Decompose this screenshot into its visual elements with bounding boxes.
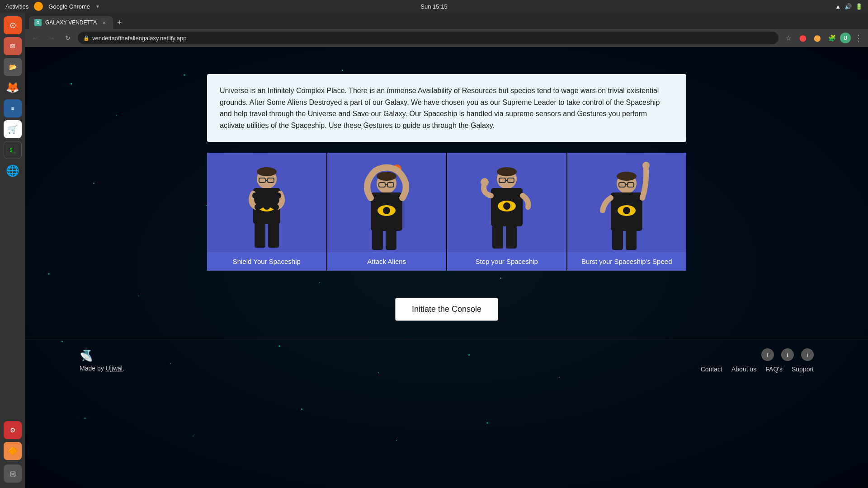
- terminal-icon: $_: [9, 147, 16, 153]
- svg-point-29: [481, 178, 489, 186]
- gesture-row: Shield Your Spaceship: [207, 153, 686, 271]
- forward-icon: →: [48, 34, 55, 42]
- footer-support-link[interactable]: Support: [792, 366, 814, 373]
- reload-button[interactable]: ↻: [61, 32, 74, 44]
- gesture-card-attack: Attack Aliens: [326, 153, 447, 271]
- footer-right: f t i Contact About us FAQ's Support: [701, 348, 814, 373]
- tab-bar: G GALAXY VENDETTA ✕ +: [25, 13, 868, 29]
- svg-point-28: [503, 202, 510, 210]
- os-topbar-time: Sun 15:15: [420, 3, 447, 10]
- browser-window: G GALAXY VENDETTA ✕ + ← → ↻ 🔒 vendettaof…: [25, 13, 868, 488]
- svg-rect-42: [626, 230, 637, 250]
- wifi-icon: ▲: [835, 3, 841, 10]
- sidebar-chrome[interactable]: 🌐: [4, 162, 22, 180]
- svg-rect-31: [506, 225, 517, 249]
- os-topbar-left: Activities Google Chrome ▼: [5, 2, 100, 11]
- gesture-card-shield: Shield Your Spaceship: [207, 153, 326, 271]
- activities-label[interactable]: Activities: [5, 3, 28, 10]
- orange-ext-button[interactable]: ⬤: [811, 32, 824, 44]
- chrome-menu-button[interactable]: ⋮: [853, 33, 864, 43]
- footer-author-link[interactable]: Ujjwal: [106, 365, 123, 372]
- footer-faq-link[interactable]: FAQ's: [765, 366, 783, 373]
- sidebar-grid[interactable]: ⊞: [4, 465, 22, 483]
- lock-icon: 🔒: [83, 35, 90, 41]
- ext-icon: ⬤: [799, 34, 807, 42]
- sidebar-firefox[interactable]: 🦊: [4, 79, 22, 97]
- firefox-icon: 🦊: [6, 81, 19, 94]
- new-tab-button[interactable]: +: [113, 16, 126, 29]
- svg-rect-30: [492, 225, 503, 249]
- bookmark-icon: ☆: [786, 34, 792, 42]
- back-icon: ←: [32, 34, 38, 42]
- app-name-label[interactable]: Google Chrome: [48, 3, 90, 10]
- twitter-icon[interactable]: t: [781, 348, 794, 361]
- svg-rect-8: [255, 223, 265, 248]
- chrome-icon: [34, 2, 43, 11]
- sidebar-text[interactable]: ≡: [4, 99, 22, 117]
- os-topbar-right: ▲ 🔊 🔋: [835, 3, 863, 10]
- sidebar: ⊙ ✉ 📂 🦊 ≡ 🛒 $_ 🌐 ⚙ 🔶 ⊞: [0, 13, 25, 488]
- svg-point-1: [257, 167, 277, 176]
- red-ext-button[interactable]: ⬤: [797, 32, 809, 44]
- reload-icon: ↻: [65, 34, 71, 42]
- sidebar-apps[interactable]: 🔶: [4, 442, 22, 460]
- volume-icon: 🔊: [844, 3, 852, 10]
- gesture-image-shield: [207, 153, 326, 252]
- omnibar-actions: ☆ ⬤ ⬤ 🧩 U ⋮: [782, 32, 864, 44]
- amazon-icon: 🛒: [8, 124, 18, 134]
- initiate-console-button[interactable]: Initiate the Console: [395, 298, 498, 321]
- footer-logo: 📡: [80, 349, 93, 362]
- figure-burst-svg: [593, 162, 660, 252]
- svg-point-22: [497, 167, 517, 176]
- svg-point-39: [623, 207, 630, 214]
- figure-attack-svg: [353, 162, 420, 252]
- facebook-icon[interactable]: f: [761, 348, 774, 361]
- gesture-card-burst: Burst your Spaceship's Speed: [566, 153, 687, 271]
- chrome-browser-icon: 🌐: [6, 164, 19, 177]
- ubuntu-icon: ⊙: [9, 20, 16, 30]
- sidebar-ubuntu[interactable]: ⊙: [4, 16, 22, 34]
- gesture-label-burst: Burst your Spaceship's Speed: [567, 252, 687, 271]
- footer-social: f t i: [761, 348, 814, 361]
- footer-contact-link[interactable]: Contact: [701, 366, 722, 373]
- puzzle-icon: 🧩: [828, 34, 836, 42]
- gesture-label-shield: Shield Your Spaceship: [207, 252, 326, 271]
- page-content[interactable]: Universe is an Infinitely Complex Place.…: [25, 47, 868, 488]
- forward-button[interactable]: →: [45, 32, 58, 44]
- instagram-icon[interactable]: i: [801, 348, 814, 361]
- cone-icon: 🔶: [8, 446, 18, 456]
- info-text: Universe is an Infinitely Complex Place.…: [220, 85, 674, 131]
- user-avatar[interactable]: U: [840, 33, 851, 43]
- battery-icon: 🔋: [855, 3, 863, 10]
- sidebar-mail[interactable]: ✉: [4, 37, 22, 55]
- sidebar-settings[interactable]: ⚙: [4, 421, 22, 439]
- svg-rect-19: [372, 230, 383, 250]
- sidebar-files[interactable]: 📂: [4, 58, 22, 76]
- address-text: vendettaofthefallengalaxy.netlify.app: [92, 35, 186, 42]
- grid-icon: ⊞: [10, 469, 16, 478]
- gesture-image-attack: [327, 153, 447, 252]
- address-bar[interactable]: 🔒 vendettaofthefallengalaxy.netlify.app: [78, 32, 778, 44]
- text-icon: ≡: [11, 105, 14, 112]
- tab-close-button[interactable]: ✕: [100, 19, 108, 26]
- ext3-button[interactable]: 🧩: [826, 32, 838, 44]
- back-button[interactable]: ←: [29, 32, 42, 44]
- sidebar-terminal[interactable]: $_: [4, 141, 22, 159]
- figure-stop-svg: [477, 162, 536, 252]
- mail-icon: ✉: [10, 42, 15, 50]
- tab-favicon: G: [34, 19, 42, 26]
- gesture-label-stop: Stop your Spaceship: [447, 252, 566, 271]
- figure-shield-svg: [242, 162, 292, 252]
- footer: 📡 Made by Ujjwal. f t i Contact About us…: [25, 339, 868, 382]
- browser-tab-galaxy[interactable]: G GALAXY VENDETTA ✕: [29, 16, 113, 29]
- gesture-image-stop: [447, 153, 566, 252]
- os-topbar: Activities Google Chrome ▼ Sun 15:15 ▲ 🔊…: [0, 0, 868, 13]
- svg-rect-41: [612, 230, 623, 250]
- svg-point-40: [642, 162, 650, 169]
- dropdown-chevron[interactable]: ▼: [95, 4, 100, 9]
- sidebar-amazon[interactable]: 🛒: [4, 120, 22, 138]
- tab-title: GALAXY VENDETTA: [45, 19, 97, 26]
- bookmark-button[interactable]: ☆: [782, 32, 795, 44]
- footer-about-link[interactable]: About us: [731, 366, 756, 373]
- ext2-icon: ⬤: [814, 34, 821, 42]
